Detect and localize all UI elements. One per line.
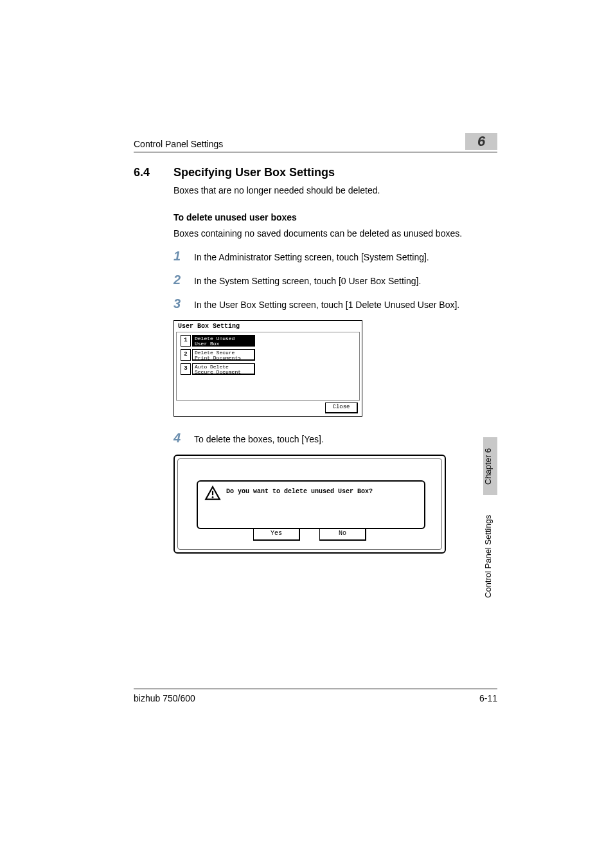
svg-point-1 — [212, 496, 214, 498]
section-title: Specifying User Box Settings — [173, 166, 335, 179]
panel-menu-row-3: 3 Auto Delete Secure Document — [181, 363, 359, 375]
step-2: 2 In the System Setting screen, touch [0… — [173, 273, 497, 287]
page-content: 6.4 Specifying User Box Settings Boxes t… — [134, 166, 497, 554]
confirm-delete-panel: Do you want to delete unused User Box? Y… — [173, 455, 446, 554]
user-box-setting-panel: User Box Setting 1 Delete Unused User Bo… — [173, 320, 362, 417]
menu-item-number: 1 — [181, 335, 191, 347]
section-intro-text: Boxes that are no longer needed should b… — [173, 185, 497, 197]
no-button[interactable]: No — [319, 529, 366, 541]
delete-secure-print-documents-button[interactable]: Delete Secure Print Documents — [192, 349, 255, 361]
warning-icon — [204, 485, 221, 502]
step-4: 4 To delete the boxes, touch [Yes]. — [173, 431, 497, 446]
yes-button[interactable]: Yes — [253, 529, 300, 541]
step-text: To delete the boxes, touch [Yes]. — [194, 432, 324, 446]
product-name: bizhub 750/600 — [134, 693, 195, 703]
panel-body: 1 Delete Unused User Box 2 Delete Secure… — [176, 332, 360, 401]
step-number: 4 — [173, 431, 194, 446]
step-text: In the System Setting screen, touch [0 U… — [194, 274, 421, 287]
panel-title: User Box Setting — [178, 323, 240, 330]
header-rule — [134, 152, 497, 152]
side-section-label: Control Panel Settings — [483, 502, 497, 611]
page-header: Control Panel Settings — [134, 139, 497, 152]
menu-item-number: 2 — [181, 349, 191, 361]
panel-menu-row-1: 1 Delete Unused User Box — [181, 335, 359, 347]
footer-row: bizhub 750/600 6-11 — [134, 693, 497, 703]
confirm-message: Do you want to delete unused User Box? — [226, 488, 373, 495]
step-text: In the User Box Setting screen, touch [1… — [194, 298, 459, 311]
delete-unused-user-box-button[interactable]: Delete Unused User Box — [192, 335, 255, 347]
page-number: 6-11 — [479, 693, 497, 703]
step-text: In the Administrator Setting screen, tou… — [194, 250, 429, 264]
step-number: 3 — [173, 296, 194, 311]
running-header-title: Control Panel Settings — [134, 139, 497, 149]
section-number: 6.4 — [134, 166, 173, 179]
side-tab: Chapter 6 Control Panel Settings — [482, 437, 497, 617]
step-number: 1 — [173, 249, 194, 264]
menu-button-line2: Print Documents — [195, 356, 252, 361]
confirm-button-row: Yes No — [175, 529, 445, 541]
subsection-title: To delete unused user boxes — [173, 212, 497, 222]
auto-delete-secure-document-button[interactable]: Auto Delete Secure Document — [192, 363, 255, 375]
document-page: Control Panel Settings 6 6.4 Specifying … — [0, 0, 613, 868]
chapter-number-badge: 6 — [465, 133, 497, 150]
step-3: 3 In the User Box Setting screen, touch … — [173, 296, 497, 311]
close-button[interactable]: Close — [325, 402, 358, 413]
confirm-dialog: Do you want to delete unused User Box? — [197, 480, 425, 529]
section-heading: 6.4 Specifying User Box Settings — [134, 166, 497, 179]
step-number: 2 — [173, 273, 194, 287]
menu-item-number: 3 — [181, 363, 191, 375]
footer-rule — [134, 689, 497, 689]
page-footer: bizhub 750/600 6-11 — [134, 689, 497, 703]
step-1: 1 In the Administrator Setting screen, t… — [173, 249, 497, 264]
menu-button-line2: Secure Document — [195, 370, 252, 375]
menu-button-line2: User Box — [195, 341, 252, 347]
side-chapter-label: Chapter 6 — [483, 437, 497, 495]
panel-menu-row-2: 2 Delete Secure Print Documents — [181, 349, 359, 361]
subsection-intro-text: Boxes containing no saved documents can … — [173, 228, 497, 240]
